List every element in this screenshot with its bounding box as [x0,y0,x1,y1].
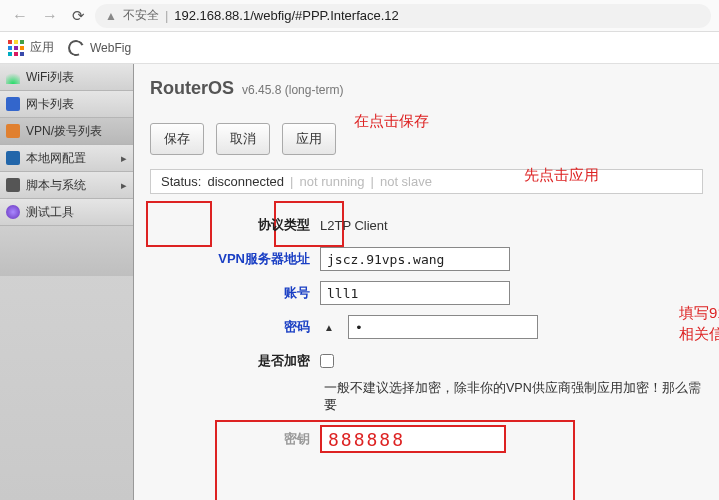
back-icon[interactable]: ← [8,7,32,25]
webfig-icon [66,37,87,58]
apps-shortcut[interactable]: 应用 [8,39,54,56]
sidebar-item-wifi[interactable]: WiFi列表 [0,64,133,91]
test-icon [6,205,20,219]
sidebar-item-vpn[interactable]: VPN/拨号列表 [0,118,133,145]
chevron-right-icon: ▸ [121,179,127,192]
reload-icon[interactable]: ⟳ [68,7,89,25]
status-running: not running [299,174,364,189]
status-label: Status: [161,174,201,189]
nic-icon [6,97,20,111]
wifi-icon [6,70,20,84]
apps-label: 应用 [30,39,54,56]
page-title: RouterOS [150,78,234,99]
content-pane: RouterOS v6.45.8 (long-term) 在点击保存 先点击应用… [134,64,719,500]
status-value: disconnected [207,174,284,189]
sidebar: WiFi列表 网卡列表 VPN/拨号列表 本地网配置▸ 脚本与系统▸ 测试工具 [0,64,134,500]
status-slave: not slave [380,174,432,189]
apply-button[interactable]: 应用 [282,123,336,155]
webfig-shortcut[interactable]: WebFig [68,40,131,56]
action-button-row: 保存 取消 应用 [150,123,703,155]
url-text: 192.168.88.1/webfig/#PPP.Interface.12 [174,8,399,23]
bookmarks-bar: 应用 WebFig [0,32,719,64]
lan-icon [6,151,20,165]
server-input[interactable] [320,247,510,271]
chevron-right-icon: ▸ [121,152,127,165]
sidebar-item-script[interactable]: 脚本与系统▸ [0,172,133,199]
status-bar: Status: disconnected | not running | not… [150,169,703,194]
interface-form: 协议类型 L2TP Client VPN服务器地址 账号 密码 ▲ 是否加密 一… [190,208,703,456]
user-input[interactable] [320,281,510,305]
insecure-icon: ▲ [105,9,117,23]
password-input[interactable] [348,315,538,339]
key-label: 密钥 [190,430,310,448]
version-label: v6.45.8 (long-term) [242,83,343,97]
webfig-label: WebFig [90,41,131,55]
vpn-icon [6,124,20,138]
save-button[interactable]: 保存 [150,123,204,155]
protocol-value: L2TP Client [320,218,388,233]
sidebar-item-nic[interactable]: 网卡列表 [0,91,133,118]
password-toggle-icon[interactable]: ▲ [320,322,338,333]
encrypt-checkbox[interactable] [320,354,334,368]
server-label: VPN服务器地址 [190,250,310,268]
sidebar-item-label: WiFi列表 [26,69,74,86]
sidebar-item-test[interactable]: 测试工具 [0,199,133,226]
script-icon [6,178,20,192]
address-bar[interactable]: ▲ 不安全 | 192.168.88.1/webfig/#PPP.Interfa… [95,4,711,28]
sidebar-footer [0,226,133,276]
insecure-label: 不安全 [123,7,159,24]
forward-icon[interactable]: → [38,7,62,25]
protocol-label: 协议类型 [190,216,310,234]
addr-separator: | [165,8,168,23]
sidebar-item-label: 脚本与系统 [26,177,86,194]
encrypt-hint: 一般不建议选择加密，除非你的VPN供应商强制应用加密！那么需要 [324,380,703,414]
password-label: 密码 [190,318,310,336]
encrypt-label: 是否加密 [190,352,310,370]
browser-toolbar: ← → ⟳ ▲ 不安全 | 192.168.88.1/webfig/#PPP.I… [0,0,719,32]
sidebar-item-label: 本地网配置 [26,150,86,167]
sidebar-item-lan[interactable]: 本地网配置▸ [0,145,133,172]
sidebar-item-label: VPN/拨号列表 [26,123,102,140]
sidebar-item-label: 网卡列表 [26,96,74,113]
user-label: 账号 [190,284,310,302]
key-input[interactable] [320,425,506,453]
sidebar-item-label: 测试工具 [26,204,74,221]
cancel-button[interactable]: 取消 [216,123,270,155]
apps-icon [8,40,24,56]
